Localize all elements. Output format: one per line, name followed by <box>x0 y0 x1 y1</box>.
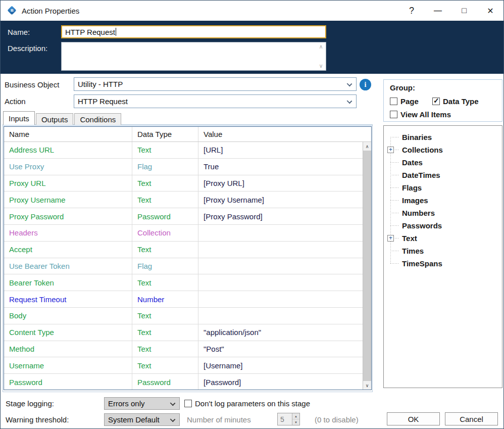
ok-button[interactable]: OK <box>387 412 440 425</box>
warning-threshold-label: Warning threshold: <box>6 415 69 424</box>
business-object-dropdown[interactable]: Utility - HTTP <box>74 77 357 91</box>
table-row[interactable]: MethodText"Post" <box>4 341 371 358</box>
title-bar: B Action Properties ? — □ ✕ <box>1 1 503 21</box>
cell-value: "Post" <box>198 341 371 357</box>
scroll-down-icon[interactable]: ∨ <box>319 63 323 69</box>
data-type-tree: Binaries+CollectionsDatesDateTimesFlagsI… <box>383 125 502 388</box>
table-row[interactable]: BodyText <box>4 308 371 324</box>
table-row[interactable]: Proxy PasswordPassword[Proxy Password] <box>4 208 371 225</box>
description-scrollbar[interactable]: ∧ ∨ <box>317 43 325 69</box>
tab-outputs[interactable]: Outputs <box>36 113 74 125</box>
tree-item-collections[interactable]: +Collections <box>384 144 502 156</box>
expand-plus-icon[interactable]: + <box>387 235 394 242</box>
cancel-button[interactable]: Cancel <box>445 412 498 425</box>
tree-item-images[interactable]: Images <box>384 194 502 207</box>
cell-name: Headers <box>4 225 132 241</box>
stage-logging-label: Stage logging: <box>6 399 54 408</box>
cell-name: Bearer Token <box>4 274 132 291</box>
table-scrollbar[interactable]: ∧ ∨ <box>363 142 371 390</box>
cell-name: Body <box>4 308 132 324</box>
tree-item-numbers[interactable]: Numbers <box>384 207 502 219</box>
table-row[interactable]: HeadersCollection <box>4 225 371 242</box>
tree-item-label: Passwords <box>402 221 442 230</box>
tree-item-timespans[interactable]: TimeSpans <box>384 257 502 270</box>
chevron-down-icon <box>170 401 176 406</box>
spinner-down-icon[interactable]: ▼ <box>292 419 299 425</box>
cell-name: Use Proxy <box>4 159 132 175</box>
cell-type: Text <box>132 242 198 258</box>
spinner-arrows[interactable]: ▲ ▼ <box>292 413 299 425</box>
tab-inputs[interactable]: Inputs <box>3 111 35 125</box>
tree-item-datetimes[interactable]: DateTimes <box>384 169 502 181</box>
column-header-value: Value <box>198 127 371 141</box>
tree-item-label: DateTimes <box>402 171 440 179</box>
checkbox-icon <box>184 400 192 407</box>
description-textarea[interactable]: ∧ ∨ <box>61 42 326 71</box>
minutes-spinner[interactable]: 5 ▲ ▼ <box>277 413 300 425</box>
maximize-button[interactable]: □ <box>451 1 477 21</box>
tree-guide-stub <box>390 251 398 251</box>
cell-name: Use Bearer Token <box>4 258 132 274</box>
tree-item-passwords[interactable]: Passwords <box>384 219 502 232</box>
tree-guide-stub <box>390 137 398 137</box>
name-input[interactable]: HTTP Request <box>61 25 326 38</box>
table-row[interactable]: Request TimeoutNumber <box>4 291 371 308</box>
table-row[interactable]: Proxy UsernameText[Proxy Username] <box>4 192 371 208</box>
cell-name: Method <box>4 341 132 357</box>
checkbox-page[interactable]: Page <box>390 97 419 106</box>
cell-value <box>198 274 371 291</box>
checkbox-view-all-items[interactable]: View All Items <box>390 110 451 119</box>
tree-item-flags[interactable]: Flags <box>384 181 502 194</box>
tree-guide-stub <box>390 200 398 201</box>
tree-item-label: Numbers <box>402 209 435 217</box>
cell-value: [Proxy Username] <box>198 192 371 208</box>
table-row[interactable]: AcceptText <box>4 242 371 258</box>
table-row[interactable]: UsernameText[Username] <box>4 357 371 374</box>
cell-name: Username <box>4 357 132 373</box>
minutes-label: Number of minutes <box>187 415 251 424</box>
warning-threshold-dropdown[interactable]: System Default <box>104 413 180 426</box>
tree-guide-stub <box>390 187 398 188</box>
cell-value <box>198 258 371 274</box>
scroll-down-icon[interactable]: ∨ <box>363 381 371 390</box>
checkbox-dont-log-parameters[interactable]: Don't log parameters on this stage <box>184 399 310 408</box>
table-row[interactable]: Address URLText[URL] <box>4 142 371 159</box>
tree-item-dates[interactable]: Dates <box>384 156 502 169</box>
tree-item-times[interactable]: Times <box>384 245 502 257</box>
cell-type: Password <box>132 208 198 224</box>
header-panel: Name: HTTP Request Description: ∧ ∨ <box>1 21 503 74</box>
action-dropdown[interactable]: HTTP Request <box>74 94 357 108</box>
table-row[interactable]: Proxy URLText[Proxy URL] <box>4 175 371 192</box>
cell-type: Number <box>132 291 198 307</box>
cell-value <box>198 225 371 241</box>
cell-name: Proxy URL <box>4 175 132 192</box>
cell-name: Password <box>4 374 132 390</box>
tree-item-text[interactable]: +Text <box>384 232 502 245</box>
table-row[interactable]: Use Bearer TokenFlag <box>4 258 371 275</box>
scroll-up-icon[interactable]: ∧ <box>319 43 323 50</box>
tree-guide-stub <box>390 175 398 175</box>
scroll-up-icon[interactable]: ∧ <box>363 142 371 151</box>
stage-logging-dropdown[interactable]: Errors only <box>104 397 180 410</box>
minimize-button[interactable]: — <box>425 1 451 21</box>
inputs-table-body: Address URLText[URL]Use ProxyFlagTruePro… <box>4 142 371 390</box>
checkbox-icon <box>432 98 440 105</box>
cell-name: Address URL <box>4 142 132 158</box>
table-row[interactable]: PasswordPassword[Password] <box>4 374 371 390</box>
info-icon[interactable]: i <box>360 79 371 90</box>
tree-guide-stub <box>390 162 398 163</box>
checkbox-data-type[interactable]: Data Type <box>432 97 479 106</box>
table-row[interactable]: Use ProxyFlagTrue <box>4 159 371 175</box>
tree-item-binaries[interactable]: Binaries <box>384 131 502 144</box>
tree-item-label: Flags <box>402 183 422 192</box>
table-row[interactable]: Content TypeText"application/json" <box>4 324 371 341</box>
table-row[interactable]: Bearer TokenText <box>4 274 371 291</box>
expand-plus-icon[interactable]: + <box>387 147 394 153</box>
spinner-up-icon[interactable]: ▲ <box>292 413 299 419</box>
tree-item-label: TimeSpans <box>402 259 442 268</box>
close-button[interactable]: ✕ <box>477 1 503 21</box>
cell-value: [URL] <box>198 142 371 158</box>
cell-type: Text <box>132 274 198 291</box>
help-button[interactable]: ? <box>398 1 425 21</box>
tab-conditions[interactable]: Conditions <box>74 113 121 125</box>
